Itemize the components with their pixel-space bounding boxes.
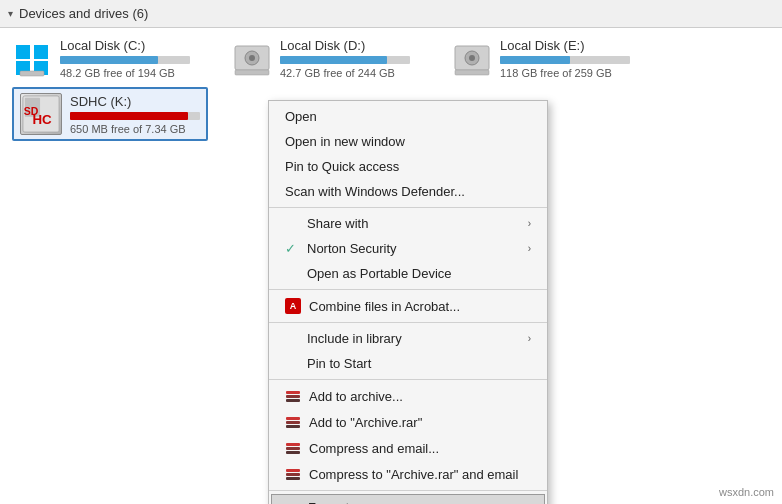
archive-icon-4 — [285, 466, 301, 482]
drive-d[interactable]: Local Disk (D:) 42.7 GB free of 244 GB — [232, 38, 412, 79]
norton-arrow-icon: › — [528, 243, 531, 254]
menu-add-archive[interactable]: Add to archive... — [269, 383, 547, 409]
archive-icon-2 — [285, 414, 301, 430]
menu-portable[interactable]: Open as Portable Device — [269, 261, 547, 286]
menu-include-library[interactable]: Include in library › — [269, 326, 547, 351]
svg-rect-1 — [34, 45, 48, 59]
drive-e-bar — [500, 56, 570, 64]
svg-rect-12 — [455, 70, 489, 75]
count-text: (6) — [132, 6, 148, 21]
library-arrow-icon: › — [528, 333, 531, 344]
svg-rect-4 — [20, 71, 44, 76]
drive-c-space: 48.2 GB free of 194 GB — [60, 67, 190, 79]
section-title: Devices and drives (6) — [19, 6, 148, 21]
drive-e[interactable]: Local Disk (E:) 118 GB free of 259 GB — [452, 38, 632, 79]
drive-d-info: Local Disk (D:) 42.7 GB free of 244 GB — [280, 38, 410, 79]
menu-add-archive-rar[interactable]: Add to "Archive.rar" — [269, 409, 547, 435]
drive-e-space: 118 GB free of 259 GB — [500, 67, 630, 79]
drive-k-space: 650 MB free of 7.34 GB — [70, 123, 200, 135]
drive-d-icon — [232, 41, 272, 77]
drive-d-bar-container — [280, 56, 410, 64]
menu-pin-start[interactable]: Pin to Start — [269, 351, 547, 376]
svg-point-7 — [249, 55, 255, 61]
menu-pin-quick[interactable]: Pin to Quick access — [269, 154, 547, 179]
menu-norton[interactable]: ✓ Norton Security › — [269, 236, 547, 261]
menu-combine-acrobat[interactable]: A Combine files in Acrobat... — [269, 293, 547, 319]
drive-c-bar-container — [60, 56, 190, 64]
share-arrow-icon: › — [528, 218, 531, 229]
separator-5 — [269, 490, 547, 491]
context-menu: Open Open in new window Pin to Quick acc… — [268, 100, 548, 504]
svg-rect-0 — [16, 45, 30, 59]
drive-k-name: SDHC (K:) — [70, 94, 200, 109]
drive-k-info: SDHC (K:) 650 MB free of 7.34 GB — [70, 94, 200, 135]
archive-icon-3 — [285, 440, 301, 456]
watermark: wsxdn.com — [719, 486, 774, 498]
drive-d-bar — [280, 56, 387, 64]
drive-d-space: 42.7 GB free of 244 GB — [280, 67, 410, 79]
separator-3 — [269, 322, 547, 323]
header: ▾ Devices and drives (6) — [0, 0, 782, 28]
drive-d-name: Local Disk (D:) — [280, 38, 410, 53]
separator-1 — [269, 207, 547, 208]
acrobat-icon: A — [285, 298, 301, 314]
menu-compress-email[interactable]: Compress and email... — [269, 435, 547, 461]
menu-open[interactable]: Open — [269, 104, 547, 129]
drive-c-name: Local Disk (C:) — [60, 38, 190, 53]
drive-c-icon — [12, 41, 52, 77]
title-text: Devices and drives — [19, 6, 129, 21]
drives-row-1: Local Disk (C:) 48.2 GB free of 194 GB L… — [12, 38, 770, 79]
drive-e-info: Local Disk (E:) 118 GB free of 259 GB — [500, 38, 630, 79]
menu-open-new-window[interactable]: Open in new window — [269, 129, 547, 154]
svg-text:HC: HC — [32, 112, 52, 127]
menu-format[interactable]: Format... — [271, 494, 545, 504]
drive-k-bar-container — [70, 112, 200, 120]
norton-check-icon: ✓ — [285, 241, 299, 256]
separator-2 — [269, 289, 547, 290]
menu-share-with[interactable]: Share with › — [269, 211, 547, 236]
separator-4 — [269, 379, 547, 380]
svg-point-11 — [469, 55, 475, 61]
menu-scan-defender[interactable]: Scan with Windows Defender... — [269, 179, 547, 204]
chevron-icon: ▾ — [8, 8, 13, 19]
drive-k-bar — [70, 112, 188, 120]
drive-e-bar-container — [500, 56, 630, 64]
drive-k-selected[interactable]: SD HC SDHC (K:) 650 MB free of 7.34 GB — [12, 87, 208, 141]
drive-k-icon: SD HC — [20, 93, 62, 135]
drive-e-icon — [452, 41, 492, 77]
archive-icon-1 — [285, 388, 301, 404]
drive-c[interactable]: Local Disk (C:) 48.2 GB free of 194 GB — [12, 38, 192, 79]
drive-e-name: Local Disk (E:) — [500, 38, 630, 53]
menu-compress-rar-email[interactable]: Compress to "Archive.rar" and email — [269, 461, 547, 487]
drive-c-bar — [60, 56, 158, 64]
svg-rect-8 — [235, 70, 269, 75]
drive-c-info: Local Disk (C:) 48.2 GB free of 194 GB — [60, 38, 190, 79]
